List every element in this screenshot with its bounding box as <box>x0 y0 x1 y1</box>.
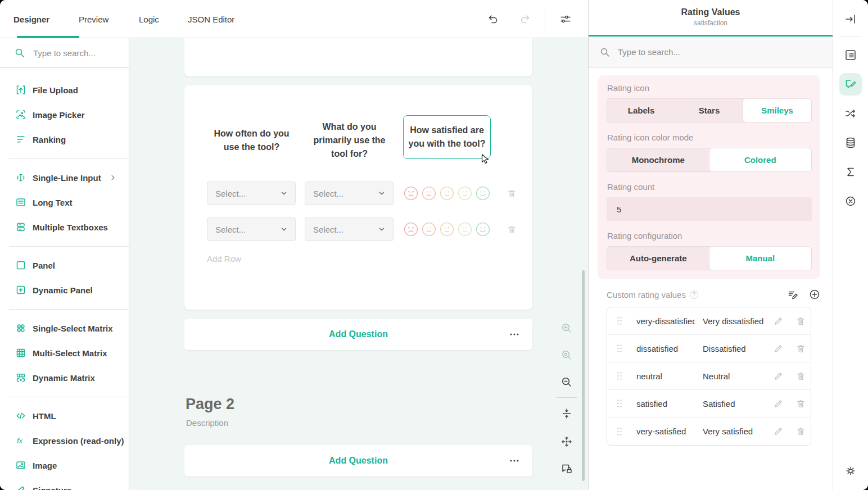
option-auto-generate[interactable]: Auto-generate <box>607 247 709 270</box>
drag-move-icon[interactable] <box>560 435 573 448</box>
add-value-icon[interactable] <box>809 289 820 300</box>
option-smileys-selected[interactable]: Smileys <box>743 98 812 122</box>
clear-if-icon[interactable] <box>839 190 862 212</box>
option-colored-selected[interactable]: Colored <box>709 148 812 172</box>
toolbox-item-multi-select-matrix[interactable]: Multi-Select Matrix <box>0 341 129 365</box>
toolbox-item-file-upload[interactable]: File Upload <box>0 78 129 102</box>
toolbox-item-dynamic-matrix[interactable]: Dynamic Matrix <box>0 365 129 390</box>
question-menu-icon[interactable] <box>509 455 520 466</box>
edit-pencil-icon[interactable] <box>773 343 784 354</box>
data-icon[interactable] <box>839 131 862 154</box>
zoom-in-icon[interactable] <box>560 322 573 334</box>
value-cell[interactable]: dissatisfied <box>636 344 695 353</box>
collapse-panel-icon[interactable] <box>839 8 862 30</box>
zoom-out-icon[interactable] <box>560 376 573 388</box>
toolbox-item-single-select-matrix[interactable]: Single-Select Matrix <box>0 316 129 341</box>
panel-search-input[interactable] <box>617 47 785 57</box>
tab-designer[interactable]: Designer <box>13 0 49 38</box>
toolbox-item-expression[interactable]: Expression (read-only) <box>0 428 129 453</box>
batch-edit-icon[interactable] <box>787 289 798 300</box>
label-cell[interactable]: Neutral <box>703 371 768 381</box>
settings-gear-icon[interactable] <box>839 460 862 482</box>
row1-dropdown-2[interactable]: Select... <box>305 182 394 205</box>
help-icon[interactable]: ? <box>690 291 698 299</box>
validation-sigma-icon[interactable] <box>839 161 862 183</box>
page2-title[interactable]: Page 2 <box>186 396 234 413</box>
question-menu-icon[interactable] <box>509 329 520 340</box>
value-cell[interactable]: satisfied <box>636 399 695 409</box>
toolbox-item-image-picker[interactable]: Image Picker <box>0 102 129 127</box>
toolbox-item-multiple-textboxes[interactable]: Multiple Textboxes <box>0 215 129 239</box>
matrix-question-card[interactable]: How often do you use the tool? What do y… <box>184 85 532 310</box>
toolbox-item-image[interactable]: Image <box>0 453 129 478</box>
option-labels[interactable]: Labels <box>607 99 675 122</box>
delete-row-icon[interactable] <box>507 188 517 199</box>
option-stars[interactable]: Stars <box>675 99 743 122</box>
add-question-button[interactable]: Add Question <box>184 319 532 350</box>
toolbox-item-single-line-input[interactable]: Single-Line Input <box>0 165 129 190</box>
toolbox-item-signature[interactable]: Signature <box>0 478 129 490</box>
toolbox-item-long-text[interactable]: Long Text <box>0 190 129 215</box>
lock-survey-icon[interactable] <box>560 462 573 475</box>
option-manual-selected[interactable]: Manual <box>709 246 812 270</box>
smiley-satisfied-icon[interactable] <box>458 186 472 201</box>
question-card-partial[interactable] <box>184 38 532 76</box>
matrix-column-header-3-selected[interactable]: How satisfied are you with the tool? <box>403 115 491 159</box>
label-cell[interactable]: Very satisfied <box>703 427 768 436</box>
smiley-neutral-icon[interactable] <box>440 222 454 237</box>
label-cell[interactable]: Dissatisfied <box>703 344 768 353</box>
label-cell[interactable]: Very dissatisfied <box>703 316 768 326</box>
zoom-reset-icon[interactable] <box>560 349 573 361</box>
smiley-neutral-icon[interactable] <box>440 186 454 201</box>
page2-description[interactable]: Description <box>186 418 228 428</box>
canvas-scrollbar[interactable] <box>582 270 585 481</box>
drag-handle-icon[interactable] <box>617 316 622 325</box>
undo-icon[interactable] <box>486 12 500 26</box>
option-monochrome[interactable]: Monochrome <box>607 148 709 171</box>
tab-logic[interactable]: Logic <box>139 0 159 38</box>
drag-handle-icon[interactable] <box>617 399 622 408</box>
add-row-button[interactable]: Add Row <box>207 254 241 264</box>
label-cell[interactable]: Satisfied <box>703 399 768 409</box>
delete-trash-icon[interactable] <box>795 426 806 437</box>
delete-trash-icon[interactable] <box>795 371 806 382</box>
settings-sliders-icon[interactable] <box>559 12 572 26</box>
matrix-column-header-2[interactable]: What do you primarily use the tool for? <box>305 108 394 173</box>
delete-trash-icon[interactable] <box>795 343 806 354</box>
collapse-all-icon[interactable] <box>560 407 573 420</box>
smiley-satisfied-icon[interactable] <box>458 222 472 237</box>
toolbox-item-panel[interactable]: Panel <box>0 253 129 278</box>
smiley-very-dissatisfied-icon[interactable] <box>404 186 418 201</box>
row1-dropdown-1[interactable]: Select... <box>207 182 296 205</box>
toolbox-item-ranking[interactable]: Ranking <box>0 127 129 152</box>
matrix-column-header-1[interactable]: How often do you use the tool? <box>207 115 296 166</box>
smiley-dissatisfied-icon[interactable] <box>422 222 436 237</box>
delete-row-icon[interactable] <box>507 224 517 235</box>
smiley-very-dissatisfied-icon[interactable] <box>404 222 418 237</box>
smiley-very-satisfied-icon[interactable] <box>476 222 490 237</box>
value-cell[interactable]: very-dissatisfied <box>636 316 695 326</box>
edit-values-icon-selected[interactable] <box>839 73 862 96</box>
panel-search[interactable] <box>589 37 833 68</box>
logic-icon[interactable] <box>839 102 862 125</box>
drag-handle-icon[interactable] <box>617 427 622 436</box>
add-question-button-page2[interactable]: Add Question <box>184 445 532 477</box>
general-properties-icon[interactable] <box>839 44 862 66</box>
edit-pencil-icon[interactable] <box>773 426 784 437</box>
smiley-very-satisfied-icon[interactable] <box>476 186 490 201</box>
delete-trash-icon[interactable] <box>795 316 806 326</box>
edit-pencil-icon[interactable] <box>773 398 784 409</box>
drag-handle-icon[interactable] <box>617 371 622 380</box>
tab-preview[interactable]: Preview <box>79 0 108 38</box>
smiley-dissatisfied-icon[interactable] <box>422 186 436 201</box>
toolbox-item-dynamic-panel[interactable]: Dynamic Panel <box>0 278 129 302</box>
value-cell[interactable]: neutral <box>636 371 695 381</box>
edit-pencil-icon[interactable] <box>773 371 784 382</box>
drag-handle-icon[interactable] <box>617 344 622 353</box>
value-cell[interactable]: very-satisfied <box>636 427 695 436</box>
redo-icon[interactable] <box>518 12 532 26</box>
edit-pencil-icon[interactable] <box>773 316 784 326</box>
tab-json-editor[interactable]: JSON Editor <box>188 0 234 38</box>
toolbox-search[interactable] <box>0 38 129 68</box>
delete-trash-icon[interactable] <box>795 398 806 409</box>
